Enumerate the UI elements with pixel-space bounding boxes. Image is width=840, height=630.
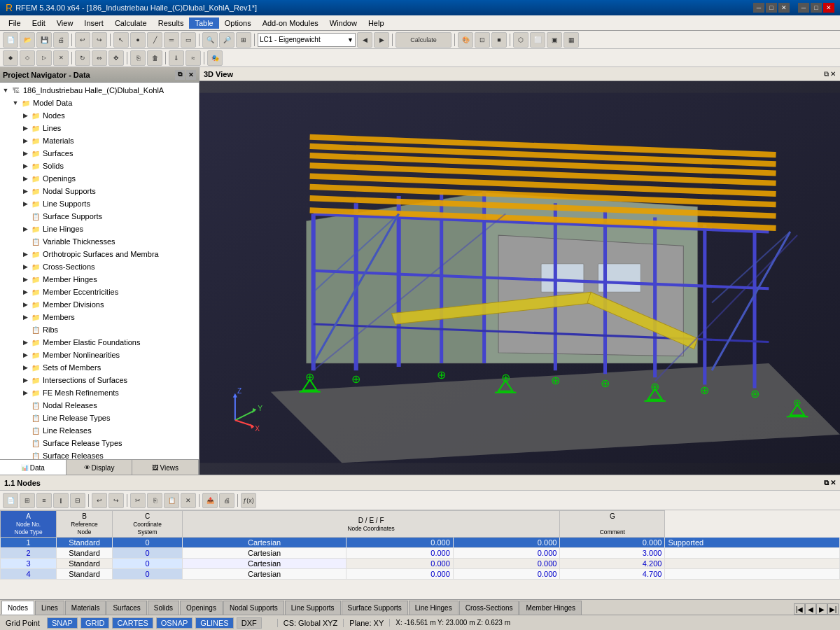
toggle-solids[interactable]: ▶	[21, 162, 29, 170]
toggle-sets-of-members[interactable]: ▶	[21, 363, 29, 372]
nav-tab-data[interactable]: 📊 Data	[0, 460, 66, 475]
tree-item-member-divisions[interactable]: ▶📁Member Divisions	[0, 298, 199, 311]
tree-item-lines[interactable]: ▶📁Lines	[0, 122, 199, 134]
undo-btn[interactable]: ↩	[75, 32, 90, 48]
prev-lc-btn[interactable]: ◀	[357, 32, 372, 48]
table-export-btn[interactable]: 📤	[202, 493, 218, 508]
print-btn[interactable]: 🖨	[53, 32, 69, 48]
tree-item-cross-sections[interactable]: ▶📁Cross-Sections	[0, 260, 199, 273]
table-tab-member-hinges[interactable]: Member Hinges	[519, 601, 582, 615]
toggle-fe-mesh[interactable]: ▶	[21, 388, 29, 397]
table-redo-btn[interactable]: ↪	[108, 493, 124, 508]
tree-item-line-supports[interactable]: ▶📁Line Supports	[0, 197, 199, 210]
tree-item-variable-thicknesses[interactable]: ▶📋Variable Thicknesses	[0, 235, 199, 248]
toggle-member-hinges[interactable]: ▶	[21, 275, 29, 284]
tree-item-nodal-supports[interactable]: ▶📁Nodal Supports	[0, 185, 199, 197]
table-row[interactable]: 1 Standard 0 Cartesian 0.000 0.000 0.000…	[1, 538, 840, 548]
toggle-member-eccentricities[interactable]: ▶	[21, 288, 29, 296]
table-row[interactable]: 4 Standard 0 Cartesian 0.000 0.000 4.700	[1, 569, 840, 580]
table-tab-solids[interactable]: Solids	[148, 601, 179, 615]
tree-item-line-releases[interactable]: ▶📋Line Releases	[0, 424, 199, 437]
solid-btn[interactable]: ■	[491, 32, 507, 48]
menu-options[interactable]: Options	[219, 18, 257, 29]
open-btn[interactable]: 📂	[20, 32, 35, 48]
toggle-orthotropic[interactable]: ▶	[21, 250, 29, 258]
toggle-openings[interactable]: ▶	[21, 174, 29, 183]
lc-selector[interactable]: LC1 - Eigengewicht ▼	[258, 33, 356, 47]
table-tab-line-supports[interactable]: Line Supports	[285, 601, 341, 615]
tree-item-intersections[interactable]: ▶📁Intersections of Surfaces	[0, 374, 199, 386]
zoom-in-btn[interactable]: 🔍	[202, 32, 218, 48]
snap-mid-btn[interactable]: ◇	[20, 50, 35, 66]
zoom-out-btn[interactable]: 🔎	[219, 32, 234, 48]
inner-min-btn[interactable]: ─	[753, 3, 764, 13]
table-tab-openings[interactable]: Openings	[180, 601, 223, 615]
view-float-btn[interactable]: ⧉	[824, 70, 829, 78]
show-load-btn[interactable]: ⇓	[169, 50, 184, 66]
render-btn[interactable]: 🎨	[458, 32, 473, 48]
menu-view[interactable]: View	[51, 18, 79, 29]
inner-close-btn[interactable]: ✕	[778, 3, 790, 13]
nav-tab-display[interactable]: 👁 Display	[66, 460, 133, 475]
table-row[interactable]: 2 Standard 0 Cartesian 0.000 0.000 3.000	[1, 548, 840, 559]
select-btn[interactable]: ↖	[113, 32, 129, 48]
status-osnap[interactable]: OSNAP	[156, 617, 193, 629]
next-lc-btn[interactable]: ▶	[374, 32, 389, 48]
3d-canvas[interactable]: ⊕ ⊕ ⊕ ⊕ ⊕ ⊕ ⊕ ⊕ ⊕ ⊕	[200, 81, 840, 475]
table-filter-btn[interactable]: ⊟	[70, 493, 85, 508]
snap-end-btn[interactable]: ▷	[36, 50, 52, 66]
tab-first-btn[interactable]: |◀	[794, 603, 805, 615]
toggle-members[interactable]: ▶	[21, 313, 29, 321]
view-close-btn[interactable]: ✕	[830, 70, 836, 78]
show-result-btn[interactable]: ≈	[186, 50, 201, 66]
menu-window[interactable]: Window	[324, 18, 363, 29]
table-print-btn[interactable]: 🖨	[219, 493, 234, 508]
tree-item-member-nonlinear[interactable]: ▶📁Member Nonlinearities	[0, 349, 199, 361]
toggle-root[interactable]: ▼	[1, 86, 10, 94]
toggle-nodes[interactable]: ▶	[21, 111, 29, 120]
menu-table[interactable]: Table	[189, 18, 218, 29]
table-delete-btn[interactable]: ✕	[181, 493, 196, 508]
table-cols-btn[interactable]: ⫿	[53, 493, 69, 508]
line-btn[interactable]: ╱	[147, 32, 162, 48]
save-btn[interactable]: 💾	[36, 32, 52, 48]
status-cartes[interactable]: CARTES	[112, 617, 153, 629]
table-rows-btn[interactable]: ≡	[36, 493, 52, 508]
menu-edit[interactable]: Edit	[27, 18, 51, 29]
table-tab-cross-sections[interactable]: Cross-Sections	[459, 601, 519, 615]
toggle-member-elastic[interactable]: ▶	[21, 338, 29, 346]
tree-item-solids[interactable]: ▶📁Solids	[0, 160, 199, 172]
toggle-surfaces[interactable]: ▶	[21, 149, 29, 158]
menu-results[interactable]: Results	[153, 18, 190, 29]
nav-close-btn[interactable]: ✕	[186, 70, 196, 80]
node-btn[interactable]: ●	[130, 32, 146, 48]
table-new-btn[interactable]: 📄	[3, 493, 18, 508]
table-undo-btn[interactable]: ↩	[92, 493, 107, 508]
tree-item-openings[interactable]: ▶📁Openings	[0, 172, 199, 185]
front-btn[interactable]: ▣	[547, 32, 562, 48]
toggle-line-supports[interactable]: ▶	[21, 200, 29, 208]
tree-item-materials[interactable]: ▶📁Materials	[0, 134, 199, 147]
tree-item-members[interactable]: ▶📁Members	[0, 311, 199, 323]
table-copy-btn[interactable]: ⎘	[147, 493, 162, 508]
tree-item-surface-release-types[interactable]: ▶📋Surface Release Types	[0, 437, 199, 449]
minimize-btn[interactable]: ─	[798, 3, 809, 13]
status-snap[interactable]: SNAP	[47, 617, 78, 629]
mirror-btn[interactable]: ⇔	[92, 50, 107, 66]
toggle-line-hinges[interactable]: ▶	[21, 225, 29, 233]
iso-btn[interactable]: ⬡	[513, 32, 528, 48]
tree-item-member-elastic[interactable]: ▶📁Member Elastic Foundations	[0, 336, 199, 349]
surface-btn[interactable]: ▭	[181, 32, 196, 48]
tree-item-model[interactable]: ▼📁Model Data	[0, 97, 199, 109]
snap-node-btn[interactable]: ◆	[3, 50, 18, 66]
nav-tab-views[interactable]: 🖼 Views	[132, 460, 199, 475]
table-formula-btn[interactable]: ƒ(x)	[241, 493, 256, 508]
redo-btn[interactable]: ↪	[92, 32, 107, 48]
table-paste-btn[interactable]: 📋	[164, 493, 179, 508]
inner-max-btn[interactable]: □	[766, 3, 777, 13]
snap-int-btn[interactable]: ✕	[53, 50, 69, 66]
tree-item-surfaces[interactable]: ▶📁Surfaces	[0, 147, 199, 160]
maximize-btn[interactable]: □	[811, 3, 822, 13]
tree-item-line-release-types[interactable]: ▶📋Line Release Types	[0, 412, 199, 424]
toggle-intersections[interactable]: ▶	[21, 376, 29, 384]
